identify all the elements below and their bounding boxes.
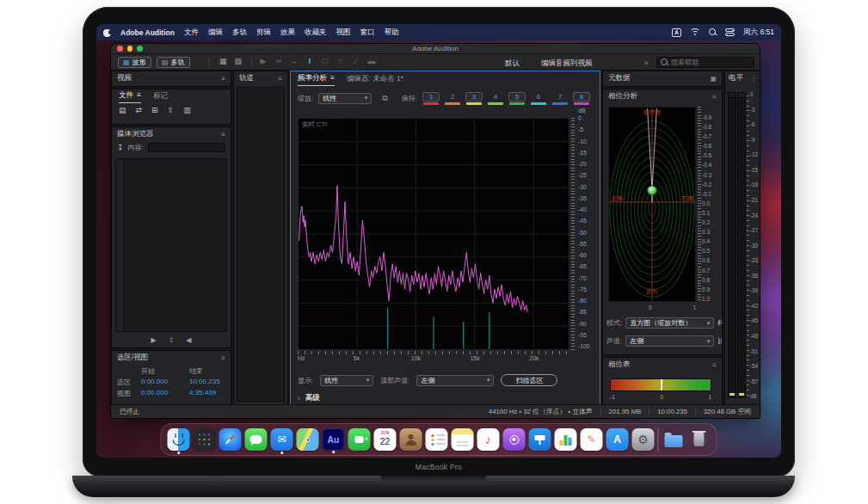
panel-menu-icon[interactable]: ≡ xyxy=(712,361,717,369)
top-channel-dropdown[interactable]: 左侧▾ xyxy=(416,375,494,386)
brush-tool-icon[interactable]: ∕ xyxy=(352,57,360,65)
trash[interactable] xyxy=(688,428,711,451)
finder[interactable] xyxy=(168,428,190,451)
music[interactable]: ♪ xyxy=(477,428,500,451)
start-timecode[interactable]: 0:00.000 xyxy=(141,389,189,398)
hold-button[interactable]: 5 xyxy=(508,92,526,105)
waveform-display-icon[interactable]: ▨ xyxy=(235,57,243,65)
copy-graph-icon[interactable]: ⧉ xyxy=(382,94,387,103)
tab-frequency-analysis[interactable]: 频率分析≡ xyxy=(298,73,335,86)
downloads[interactable] xyxy=(662,428,685,451)
notes[interactable] xyxy=(452,428,474,451)
move-tool-icon[interactable]: ▶ xyxy=(259,57,268,65)
trash-icon[interactable]: ▥ xyxy=(183,106,191,114)
waveform-mode-button[interactable]: ▦ 波形 xyxy=(118,57,151,68)
autoplay-icon[interactable]: ◀ xyxy=(186,336,191,344)
advanced-toggle[interactable]: › 高级 xyxy=(298,393,320,403)
menubar-menu-item[interactable]: 视图 xyxy=(336,28,350,38)
workspace-default-button[interactable]: 默认 xyxy=(505,58,520,69)
menubar-menu-item[interactable]: 多轨 xyxy=(232,28,247,38)
maps[interactable] xyxy=(297,428,319,451)
hold-button[interactable]: 2 xyxy=(444,92,461,105)
panel-menu-icon[interactable]: ≡ xyxy=(278,75,282,83)
settings[interactable]: ⚙ xyxy=(632,428,655,451)
channel-dropdown[interactable]: 左侧▾ xyxy=(625,335,714,347)
menubar-app-name[interactable]: Adobe Audition xyxy=(120,28,175,37)
menubar-menu-item[interactable]: 窗口 xyxy=(360,28,374,38)
reminders[interactable] xyxy=(426,428,448,451)
pages[interactable]: ✎ xyxy=(581,428,603,451)
facetime[interactable] xyxy=(348,428,371,451)
search-input[interactable] xyxy=(671,58,745,66)
menubar-menu-item[interactable]: 剪辑 xyxy=(256,28,271,38)
display-dropdown[interactable]: 线性▾ xyxy=(320,375,373,386)
import-file-icon[interactable]: ⇄ xyxy=(136,106,143,114)
wifi-icon[interactable] xyxy=(690,28,700,36)
tab-editor[interactable]: 编辑器: 未命名 1* xyxy=(347,74,403,86)
menubar-menu-item[interactable]: 收藏夹 xyxy=(305,28,327,38)
scale-dropdown[interactable]: 线性▾ xyxy=(318,93,372,104)
appstore[interactable]: A xyxy=(606,428,629,451)
hold-button[interactable]: 8 xyxy=(573,92,590,105)
spectral-display-icon[interactable]: ▦ xyxy=(219,57,227,65)
media-browser-list[interactable] xyxy=(115,158,227,332)
mail[interactable]: ✉ xyxy=(271,428,293,451)
input-source-icon[interactable]: A xyxy=(672,28,681,37)
divider[interactable] xyxy=(658,427,659,452)
open-in-files-icon[interactable]: ⇧ xyxy=(169,336,175,344)
menubar-clock[interactable]: 周六 6:51 xyxy=(743,28,774,38)
time-selection-tool-icon[interactable]: ↔ xyxy=(290,57,299,65)
calendar[interactable]: JUN 22 xyxy=(374,428,397,451)
insert-into-multitrack-icon[interactable]: ⇧ xyxy=(168,106,175,114)
mode-dropdown[interactable]: 直方图（缩放对数）▾ xyxy=(625,317,714,329)
hold-button[interactable]: 6 xyxy=(530,92,547,105)
open-file-icon[interactable]: ▤ xyxy=(119,106,126,114)
menubar-menu-item[interactable]: 编辑 xyxy=(208,28,223,38)
workspace-current-button[interactable]: 编辑音频到视频 xyxy=(541,58,593,69)
hold-button[interactable]: 1 xyxy=(422,92,440,105)
eraser-tool-icon[interactable]: ▬ xyxy=(367,57,376,65)
start-timecode[interactable]: 0:00.000 xyxy=(141,378,189,387)
help-search-field[interactable] xyxy=(656,57,754,68)
razor-tool-icon[interactable]: ✂ xyxy=(274,57,283,65)
control-center-icon[interactable] xyxy=(725,28,735,36)
keynote[interactable] xyxy=(529,428,551,451)
workspace-overflow-button[interactable]: » xyxy=(644,58,649,67)
play-icon[interactable]: ▶ xyxy=(151,336,156,344)
panel-menu-icon[interactable]: ▣ xyxy=(710,75,717,83)
hold-button[interactable]: 7 xyxy=(551,92,569,105)
menubar-menu-item[interactable]: 文件 xyxy=(184,28,199,38)
new-content-icon[interactable]: ⊞ xyxy=(151,106,158,114)
menubar-menu-item[interactable]: 效果 xyxy=(280,28,295,38)
launchpad[interactable] xyxy=(194,428,216,451)
hold-button[interactable]: 3 xyxy=(465,92,483,105)
lasso-tool-icon[interactable]: ○ xyxy=(336,57,345,65)
content-path-field[interactable] xyxy=(148,143,225,152)
numbers[interactable] xyxy=(555,428,577,451)
panel-menu-icon[interactable]: ≡ xyxy=(712,93,717,101)
marquee-tool-icon[interactable]: □ xyxy=(321,57,329,65)
hold-button[interactable]: 4 xyxy=(487,92,504,105)
panel-menu-icon[interactable]: ⋮ xyxy=(750,75,757,83)
multitrack-mode-button[interactable]: ▤ 多轨 xyxy=(157,57,190,68)
safari[interactable] xyxy=(219,428,242,451)
scan-selection-button[interactable]: 扫描选区 xyxy=(501,374,557,386)
menubar-menu-item[interactable]: 帮助 xyxy=(384,28,398,38)
panel-menu-icon[interactable]: ≡ xyxy=(330,73,335,83)
podcasts[interactable] xyxy=(503,428,526,451)
panel-menu-icon[interactable]: ≡ xyxy=(221,354,225,362)
panel-menu-icon[interactable]: ≡ xyxy=(221,131,225,138)
window-titlebar[interactable]: Adobe Audition xyxy=(111,44,760,54)
apple-menu-icon[interactable] xyxy=(103,28,111,37)
contacts[interactable] xyxy=(400,428,422,451)
tab-markers[interactable]: 标记 xyxy=(153,91,168,103)
spotlight-search-icon[interactable] xyxy=(709,28,717,36)
messages[interactable] xyxy=(245,428,268,451)
tab-files[interactable]: 文件≡ xyxy=(119,90,141,103)
panel-menu-icon[interactable]: ≡ xyxy=(221,75,225,83)
panel-menu-icon[interactable]: ≡ xyxy=(137,90,141,101)
frequency-plot[interactable]: 实时 CTI xyxy=(298,118,569,350)
ibeam-tool-icon[interactable]: I xyxy=(305,57,314,65)
download-icon[interactable]: ↧ xyxy=(117,144,124,152)
audition[interactable]: Au xyxy=(323,428,345,451)
